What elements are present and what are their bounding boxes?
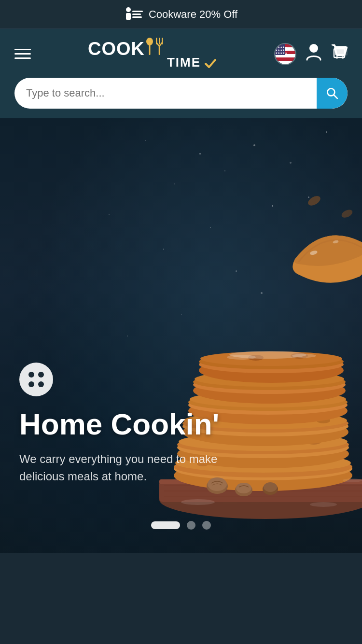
svg-rect-2 bbox=[132, 11, 143, 12]
hamburger-line-3 bbox=[14, 57, 31, 59]
svg-point-65 bbox=[340, 208, 354, 219]
svg-rect-1 bbox=[126, 13, 131, 20]
fork-icon bbox=[154, 38, 164, 55]
flag-icon[interactable]: ★★★★★★★★★★★★★★★ bbox=[274, 43, 296, 65]
dice-dot-3 bbox=[28, 381, 34, 387]
dice-dots bbox=[28, 372, 44, 387]
promo-icon bbox=[125, 7, 143, 22]
hamburger-line-1 bbox=[14, 49, 31, 50]
svg-rect-3 bbox=[132, 14, 141, 15]
svg-rect-4 bbox=[132, 16, 142, 18]
hamburger-menu[interactable] bbox=[14, 49, 31, 59]
header-icons: ★★★★★★★★★★★★★★★ bbox=[274, 43, 348, 65]
spoon-icon bbox=[145, 38, 154, 55]
search-bar-container bbox=[14, 78, 348, 118]
user-icon[interactable] bbox=[306, 43, 321, 65]
hero-banner: Home Cookin' We carry everything you nee… bbox=[0, 118, 362, 553]
flag-stars: ★★★★★★★★★★★★★★★ bbox=[276, 45, 286, 56]
hero-subtitle: We carry everything you need to make del… bbox=[19, 450, 261, 485]
header-top: COOK TIME bbox=[14, 38, 348, 70]
cart-icon[interactable] bbox=[331, 44, 348, 64]
carousel-dot-3[interactable] bbox=[202, 521, 211, 530]
svg-rect-8 bbox=[159, 38, 160, 44]
svg-point-77 bbox=[181, 499, 215, 505]
svg-point-0 bbox=[126, 7, 131, 12]
search-icon bbox=[326, 87, 338, 99]
svg-point-11 bbox=[309, 44, 318, 53]
header: COOK TIME bbox=[0, 29, 362, 118]
svg-rect-10 bbox=[159, 46, 160, 55]
svg-point-15 bbox=[341, 56, 344, 59]
logo[interactable]: COOK TIME bbox=[88, 38, 217, 70]
dice-dot-2 bbox=[38, 372, 44, 378]
carousel-dot-2[interactable] bbox=[187, 521, 195, 530]
dice-icon bbox=[19, 363, 53, 396]
carousel-dot-1[interactable] bbox=[151, 521, 180, 529]
logo-checkmark-icon bbox=[204, 56, 217, 70]
svg-point-5 bbox=[146, 38, 153, 45]
search-button[interactable] bbox=[317, 78, 348, 109]
search-bar bbox=[14, 78, 348, 109]
logo-cook-text: COOK bbox=[88, 40, 145, 58]
logo-time-text: TIME bbox=[167, 55, 201, 70]
hamburger-line-2 bbox=[14, 53, 31, 55]
hero-title: Home Cookin' bbox=[19, 408, 343, 441]
svg-point-69 bbox=[227, 355, 256, 360]
announcement-text: Cookware 20% Off bbox=[149, 8, 237, 21]
svg-point-64 bbox=[306, 194, 322, 208]
search-input[interactable] bbox=[14, 87, 317, 99]
svg-rect-6 bbox=[149, 44, 150, 55]
cookware-icon bbox=[125, 7, 143, 22]
dice-dot-1 bbox=[28, 372, 34, 378]
svg-point-14 bbox=[335, 56, 338, 59]
svg-point-78 bbox=[310, 502, 337, 507]
carousel-dots bbox=[151, 521, 211, 530]
svg-point-70 bbox=[292, 354, 316, 358]
svg-line-17 bbox=[334, 95, 337, 98]
dice-dot-4 bbox=[38, 381, 44, 387]
announcement-bar: Cookware 20% Off bbox=[0, 0, 362, 29]
hero-content: Home Cookin' We carry everything you nee… bbox=[0, 363, 362, 485]
